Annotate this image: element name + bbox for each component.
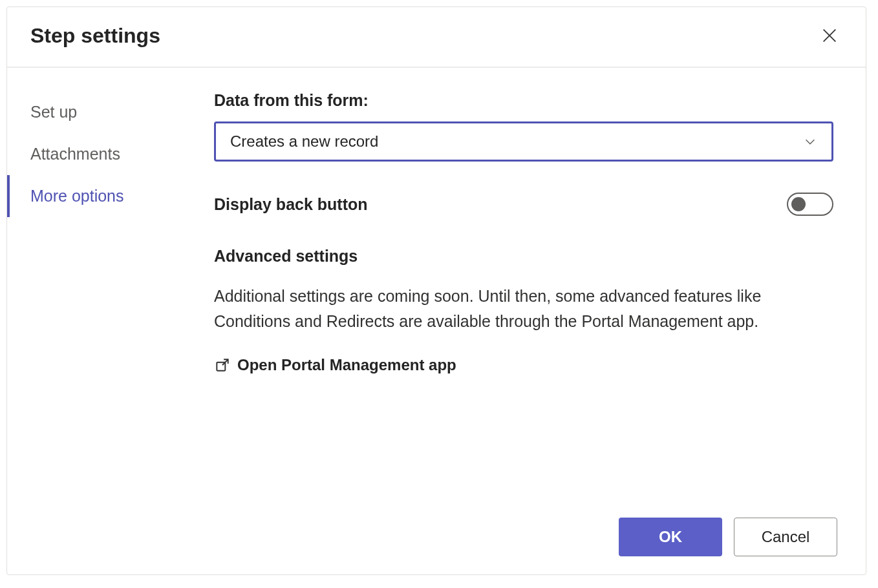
- display-back-row: Display back button: [214, 193, 833, 216]
- dialog-footer: OK Cancel: [619, 518, 837, 556]
- open-portal-label: Open Portal Management app: [237, 356, 456, 374]
- cancel-button[interactable]: Cancel: [734, 518, 837, 556]
- open-portal-link[interactable]: Open Portal Management app: [214, 356, 456, 374]
- close-button[interactable]: [817, 23, 842, 48]
- close-icon: [820, 26, 839, 45]
- external-link-icon: [214, 357, 231, 373]
- content-panel: Data from this form: Creates a new recor…: [214, 91, 866, 574]
- dialog-title: Step settings: [30, 24, 160, 48]
- chevron-down-icon: [803, 134, 817, 149]
- advanced-settings-description: Additional settings are coming soon. Unt…: [214, 284, 833, 334]
- sidebar-nav: Set up Attachments More options: [7, 91, 214, 574]
- dialog-body: Set up Attachments More options Data fro…: [7, 68, 866, 574]
- nav-item-more-options[interactable]: More options: [7, 175, 214, 217]
- data-from-value: Creates a new record: [230, 132, 378, 151]
- display-back-label: Display back button: [214, 195, 368, 214]
- nav-item-setup[interactable]: Set up: [7, 91, 214, 133]
- toggle-knob: [791, 197, 806, 211]
- nav-item-attachments[interactable]: Attachments: [7, 133, 214, 175]
- dialog-header: Step settings: [7, 7, 866, 68]
- advanced-settings-title: Advanced settings: [214, 247, 833, 266]
- step-settings-dialog: Step settings Set up Attachments More op…: [6, 6, 866, 575]
- display-back-toggle[interactable]: [787, 193, 833, 216]
- data-from-select[interactable]: Creates a new record: [214, 121, 833, 162]
- ok-button[interactable]: OK: [619, 518, 722, 556]
- data-from-label: Data from this form:: [214, 91, 833, 110]
